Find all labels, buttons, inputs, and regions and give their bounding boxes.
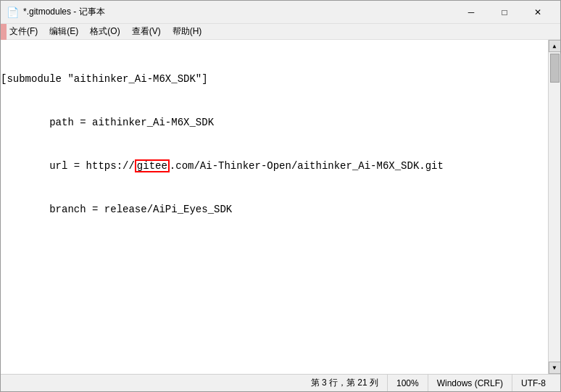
menu-file[interactable]: 文件(F)	[4, 24, 43, 39]
menu-bar: 文件(F) 编辑(E) 格式(O) 查看(V) 帮助(H)	[1, 24, 560, 40]
line-4: branch = release/AiPi_Eyes_SDK	[1, 202, 545, 217]
menu-help[interactable]: 帮助(H)	[167, 24, 208, 39]
line-1: [submodule "aithinker_Ai-M6X_SDK"]	[1, 72, 545, 86]
line-ending: Windows (CRLF)	[428, 375, 512, 391]
line-1-text: [submodule "aithinker_Ai-M6X_SDK"]	[1, 72, 208, 86]
editor-text-area[interactable]: [submodule "aithinker_Ai-M6X_SDK"] path …	[1, 40, 548, 374]
line-3-suffix: .com/Ai-Thinker-Open/aithinker_Ai-M6X_SD…	[170, 159, 444, 173]
line-3: url = https://gitee.com/Ai-Thinker-Open/…	[1, 159, 545, 173]
cursor-position: 第 3 行，第 21 列	[302, 375, 388, 391]
gitee-highlight: gitee	[135, 159, 170, 172]
status-bar: 第 3 行，第 21 列 100% Windows (CRLF) UTF-8	[1, 374, 560, 391]
scrollbar-up-button[interactable]: ▲	[549, 40, 561, 52]
window-title: *.gitmodules - 记事本	[23, 6, 105, 18]
editor-container: [submodule "aithinker_Ai-M6X_SDK"] path …	[1, 40, 560, 374]
title-bar: 📄 *.gitmodules - 记事本 ─ □ ✕	[1, 1, 560, 24]
line-2-text: path = aithinker_Ai-M6X_SDK	[1, 115, 214, 130]
app-icon: 📄	[7, 7, 19, 18]
line-4-text: branch = release/AiPi_Eyes_SDK	[1, 202, 232, 217]
scrollbar-vertical[interactable]: ▲ ▼	[548, 40, 560, 374]
scrollbar-down-button[interactable]: ▼	[549, 362, 561, 374]
menu-view[interactable]: 查看(V)	[126, 24, 167, 39]
scrollbar-thumb[interactable]	[550, 54, 560, 83]
notepad-window: 📄 *.gitmodules - 记事本 ─ □ ✕ 文件(F) 编辑(E) 格…	[0, 0, 561, 392]
close-button[interactable]: ✕	[521, 1, 554, 24]
line-3-prefix: url = https://	[1, 159, 135, 173]
zoom-level: 100%	[388, 375, 428, 391]
encoding: UTF-8	[512, 375, 554, 391]
scrollbar-track[interactable]	[549, 52, 560, 362]
minimize-button[interactable]: ─	[454, 1, 488, 24]
menu-edit[interactable]: 编辑(E)	[43, 24, 84, 39]
line-2: path = aithinker_Ai-M6X_SDK	[1, 115, 545, 130]
menu-format[interactable]: 格式(O)	[84, 24, 125, 39]
maximize-button[interactable]: □	[488, 1, 521, 24]
title-buttons: ─ □ ✕	[454, 1, 554, 24]
title-bar-left: 📄 *.gitmodules - 记事本	[7, 6, 105, 18]
